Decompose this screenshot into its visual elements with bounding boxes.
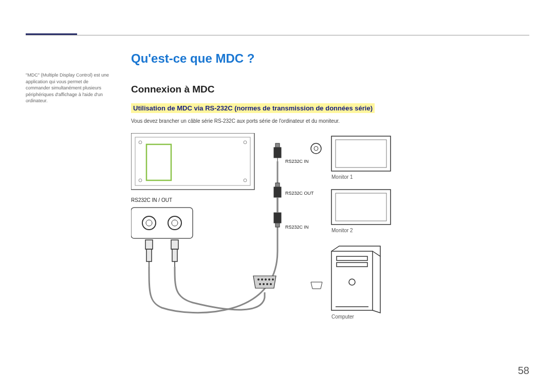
svg-rect-38 xyxy=(336,140,386,167)
svg-rect-13 xyxy=(146,249,152,262)
svg-point-22 xyxy=(314,146,318,151)
label-rs232c-in-1: RS232C IN xyxy=(285,159,309,164)
svg-rect-16 xyxy=(172,249,177,262)
subsection-heading: Utilisation de MDC via RS-232C (normes d… xyxy=(131,103,375,113)
top-horizontal-rule xyxy=(26,35,529,35)
diagram-svg xyxy=(131,133,419,339)
svg-rect-43 xyxy=(337,263,367,267)
body-paragraph: Vous devez brancher un câble série RS-23… xyxy=(131,118,529,124)
sidebar-note-text: "MDC" (Multiple Display Control) est une… xyxy=(26,72,109,103)
svg-rect-23 xyxy=(274,187,281,197)
svg-rect-26 xyxy=(275,223,280,227)
label-rs232c-out: RS232C OUT xyxy=(285,191,314,196)
svg-rect-12 xyxy=(145,240,153,249)
svg-rect-15 xyxy=(171,240,178,249)
svg-point-3 xyxy=(139,141,142,144)
svg-point-8 xyxy=(142,216,156,230)
svg-point-5 xyxy=(139,179,142,182)
svg-point-9 xyxy=(146,220,152,226)
label-monitor-2: Monitor 2 xyxy=(331,228,353,233)
page: "MDC" (Multiple Display Control) est une… xyxy=(0,0,555,392)
svg-point-4 xyxy=(244,141,247,144)
svg-rect-2 xyxy=(146,144,171,180)
svg-rect-0 xyxy=(131,133,254,190)
label-port-panel: RS232C IN / OUT xyxy=(131,197,172,203)
svg-rect-18 xyxy=(274,147,281,158)
svg-point-31 xyxy=(269,279,270,281)
svg-point-28 xyxy=(258,279,260,281)
svg-rect-42 xyxy=(337,256,367,260)
svg-rect-24 xyxy=(275,183,280,187)
svg-point-29 xyxy=(262,279,263,281)
svg-rect-19 xyxy=(275,143,280,147)
connection-diagram: RS232C IN / OUT RS232C IN RS232C OUT RS2… xyxy=(131,133,419,339)
svg-point-10 xyxy=(168,216,181,230)
svg-rect-7 xyxy=(131,208,193,238)
main-content: Qu'est-ce que MDC ? Connexion à MDC Util… xyxy=(131,51,529,339)
svg-point-21 xyxy=(311,143,321,154)
svg-point-36 xyxy=(270,284,272,285)
page-title: Qu'est-ce que MDC ? xyxy=(131,51,529,66)
svg-point-32 xyxy=(272,279,274,281)
svg-point-44 xyxy=(349,279,355,285)
svg-point-34 xyxy=(263,284,265,285)
page-number: 58 xyxy=(518,365,529,377)
svg-point-35 xyxy=(267,284,268,285)
svg-point-6 xyxy=(244,179,247,182)
svg-point-33 xyxy=(260,284,261,285)
svg-point-30 xyxy=(265,279,267,281)
svg-rect-40 xyxy=(336,193,386,221)
svg-rect-25 xyxy=(274,213,281,223)
svg-rect-39 xyxy=(331,190,391,225)
svg-point-11 xyxy=(172,220,178,226)
svg-rect-37 xyxy=(331,136,391,171)
label-computer: Computer xyxy=(331,314,354,320)
label-monitor-1: Monitor 1 xyxy=(331,174,353,180)
section-heading: Connexion à MDC xyxy=(131,84,529,95)
sidebar-note: "MDC" (Multiple Display Control) est une… xyxy=(26,72,110,104)
label-rs232c-in-2: RS232C IN xyxy=(285,225,309,230)
